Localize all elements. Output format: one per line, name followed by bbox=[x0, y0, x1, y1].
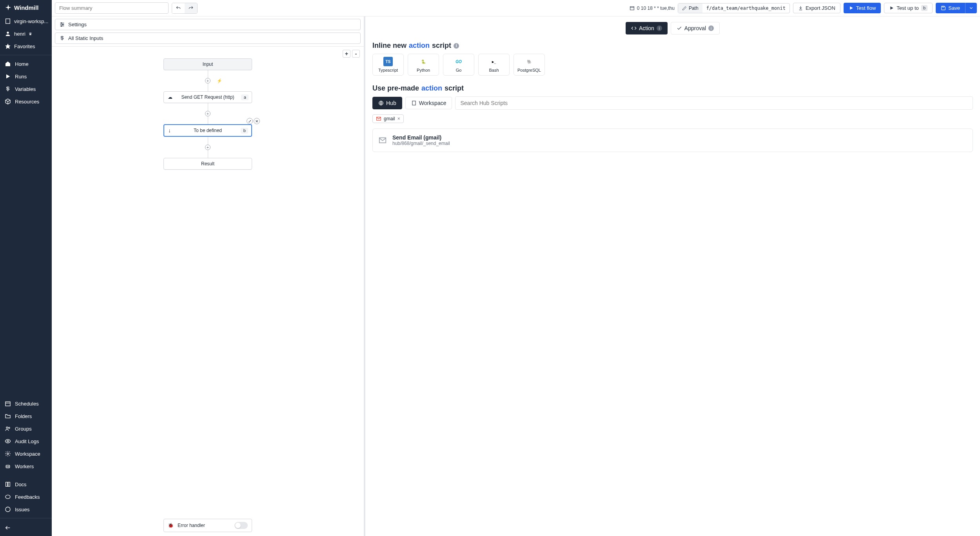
star-icon bbox=[5, 43, 11, 49]
nav-resources[interactable]: Resources bbox=[0, 95, 52, 108]
arrow-down-icon: ↓ bbox=[168, 127, 171, 134]
lang-go[interactable]: GO Go bbox=[443, 54, 474, 76]
nav-docs[interactable]: Docs bbox=[0, 478, 52, 491]
sidebar: Windmill virgin-worksp... henri ♛ Favori… bbox=[0, 0, 52, 536]
add-step-button[interactable]: + bbox=[205, 78, 211, 83]
settings-bar-button[interactable]: Settings bbox=[55, 19, 361, 30]
svg-rect-24 bbox=[942, 6, 944, 7]
user-menu[interactable]: henri ♛ bbox=[0, 27, 52, 40]
nav-folders[interactable]: Folders bbox=[0, 410, 52, 422]
user-icon bbox=[5, 31, 11, 37]
svg-rect-8 bbox=[5, 402, 10, 406]
nav-runs[interactable]: Runs bbox=[0, 70, 52, 83]
node-input[interactable]: Input bbox=[163, 58, 252, 70]
inline-script-title: Inline new action script i bbox=[372, 42, 973, 50]
sidebar-separator bbox=[0, 55, 52, 55]
cloud-icon: ☁ bbox=[168, 94, 172, 100]
add-step-button[interactable]: + bbox=[205, 145, 211, 150]
info-icon: i bbox=[657, 25, 662, 31]
workspace-selector[interactable]: virgin-worksp... bbox=[0, 15, 52, 27]
info-icon[interactable]: i bbox=[454, 43, 459, 49]
flow-editor-column: Settings All Static Inputs + - Input bbox=[52, 16, 365, 536]
zoom-out-button[interactable]: - bbox=[352, 50, 360, 58]
save-dropdown-button[interactable] bbox=[965, 3, 977, 13]
nav-audit-logs[interactable]: Audit Logs bbox=[0, 435, 52, 447]
error-handler-toggle[interactable] bbox=[234, 522, 248, 529]
nav-variables[interactable]: Variables bbox=[0, 83, 52, 95]
favorites-link[interactable]: Favorites bbox=[0, 40, 52, 53]
globe-icon bbox=[378, 100, 384, 106]
box-icon bbox=[5, 98, 11, 105]
tab-action[interactable]: Action i bbox=[626, 22, 668, 34]
node-handles: ⤢ ✕ bbox=[247, 118, 260, 124]
content: Settings All Static Inputs + - Input bbox=[52, 16, 980, 536]
workspace-name-label: virgin-worksp... bbox=[14, 18, 48, 24]
move-node-handle[interactable]: ⤢ bbox=[247, 118, 253, 124]
source-workspace[interactable]: Workspace bbox=[405, 97, 452, 109]
tab-approval[interactable]: Approval i bbox=[671, 22, 720, 34]
brand: Windmill bbox=[0, 0, 52, 15]
lang-bash[interactable]: ▸_ Bash bbox=[478, 54, 510, 76]
remove-filter-button[interactable]: × bbox=[397, 116, 400, 121]
add-step-button[interactable]: + bbox=[205, 111, 211, 116]
nav-issues[interactable]: Issues bbox=[0, 503, 52, 516]
nav-feedbacks[interactable]: Feedbacks bbox=[0, 491, 52, 503]
language-grid: TS Typescript 🐍 Python GO Go ▸_ Bash 🐘 bbox=[372, 54, 973, 76]
filter-chip-gmail[interactable]: gmail × bbox=[372, 114, 404, 123]
nav-workers[interactable]: Workers bbox=[0, 460, 52, 473]
test-flow-button[interactable]: Test flow bbox=[844, 3, 881, 13]
zoom-controls: + - bbox=[343, 50, 360, 58]
node-step-a[interactable]: ☁ Send GET Request (http) a bbox=[163, 91, 252, 103]
svg-point-10 bbox=[6, 427, 8, 428]
svg-rect-0 bbox=[6, 19, 10, 24]
nav-home[interactable]: Home bbox=[0, 58, 52, 70]
github-icon bbox=[5, 506, 11, 512]
save-button-group: Save bbox=[936, 3, 977, 13]
bug-icon: 🐞 bbox=[168, 523, 174, 528]
chevron-down-icon bbox=[969, 5, 974, 11]
source-hub[interactable]: Hub bbox=[372, 97, 402, 109]
svg-rect-20 bbox=[630, 7, 634, 10]
calendar-icon bbox=[630, 5, 635, 11]
test-up-to-step-badge: b bbox=[921, 5, 928, 11]
search-hub-input[interactable] bbox=[455, 96, 973, 110]
node-step-b[interactable]: ↓ To be defined b ⤢ ✕ bbox=[163, 124, 252, 137]
cron-schedule-display[interactable]: 0 10 18 * * tue,thu bbox=[630, 5, 675, 11]
nav-workspace[interactable]: Workspace bbox=[0, 447, 52, 460]
insert-row: + bbox=[205, 145, 211, 150]
test-up-to-button[interactable]: Test up to b bbox=[884, 3, 933, 13]
code-icon bbox=[631, 25, 637, 31]
svg-rect-33 bbox=[412, 101, 416, 105]
flow-canvas[interactable]: + - Input + ⚡ ☁ Send GET Request (h bbox=[52, 47, 364, 536]
topbar: 0 10 18 * * tue,thu Path f/data_team/ear… bbox=[52, 0, 980, 16]
svg-marker-23 bbox=[891, 6, 894, 10]
error-handler-bar[interactable]: 🐞 Error handler bbox=[163, 519, 252, 532]
zoom-in-button[interactable]: + bbox=[343, 50, 350, 58]
favorites-label: Favorites bbox=[14, 43, 35, 49]
eye-icon bbox=[5, 438, 11, 444]
save-button[interactable]: Save bbox=[936, 3, 965, 13]
lang-postgresql[interactable]: 🐘 PostgreSQL bbox=[514, 54, 545, 76]
hub-script-result[interactable]: Send Email (gmail) hub/868/gmail/_send_e… bbox=[372, 129, 973, 152]
collapse-sidebar-button[interactable] bbox=[0, 521, 52, 536]
connector bbox=[208, 116, 208, 124]
lang-typescript[interactable]: TS Typescript bbox=[372, 54, 404, 76]
users-icon bbox=[5, 426, 11, 432]
undo-button[interactable] bbox=[172, 3, 185, 13]
delete-node-button[interactable]: ✕ bbox=[254, 118, 260, 124]
discord-icon bbox=[5, 494, 11, 500]
all-static-inputs-bar-button[interactable]: All Static Inputs bbox=[55, 33, 361, 44]
svg-point-13 bbox=[7, 453, 9, 455]
lang-python[interactable]: 🐍 Python bbox=[408, 54, 439, 76]
dollar-icon bbox=[59, 35, 65, 41]
flow-summary-input[interactable] bbox=[55, 2, 169, 14]
path-chip[interactable]: Path f/data_team/earthquake_monit bbox=[678, 3, 790, 13]
export-json-button[interactable]: Export JSON bbox=[793, 3, 840, 13]
node-result[interactable]: Result bbox=[163, 158, 252, 170]
redo-button[interactable] bbox=[185, 3, 197, 13]
user-name-label: henri bbox=[14, 31, 25, 37]
download-icon bbox=[798, 5, 803, 11]
path-label: Path bbox=[678, 4, 702, 13]
nav-groups[interactable]: Groups bbox=[0, 422, 52, 435]
nav-schedules[interactable]: Schedules bbox=[0, 397, 52, 410]
